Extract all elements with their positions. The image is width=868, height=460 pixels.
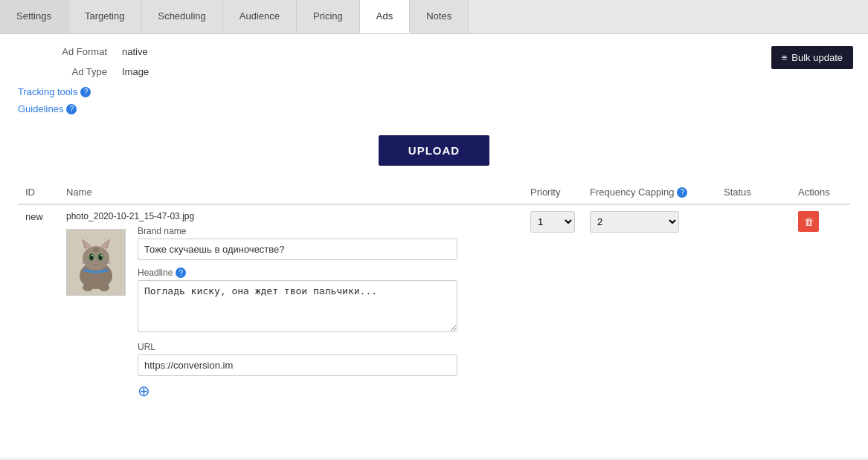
url-group: URL	[138, 342, 457, 376]
bulk-update-button[interactable]: ≡ Bulk update	[771, 46, 853, 69]
brand-name-group: Brand name	[138, 226, 457, 260]
guidelines-link[interactable]: Guidelines ?	[18, 103, 77, 114]
guidelines-label: Guidelines	[18, 103, 63, 114]
url-input[interactable]	[138, 354, 457, 376]
trash-icon: 🗑	[804, 216, 814, 227]
col-header-freq-capping: Frequency Capping ?	[582, 181, 716, 204]
col-header-id: ID	[18, 181, 59, 204]
svg-line-18	[94, 248, 94, 252]
headline-help-icon[interactable]: ?	[176, 268, 186, 278]
row-actions-cell: 🗑	[791, 204, 850, 404]
col-header-status: Status	[716, 181, 791, 204]
headline-textarea[interactable]: Погладь киску, она ждет твои пальчики...	[138, 280, 457, 332]
delete-button[interactable]: 🗑	[798, 211, 819, 232]
col-header-priority: Priority	[523, 181, 582, 204]
bulk-update-label: Bulk update	[791, 52, 843, 63]
tab-notes[interactable]: Notes	[410, 0, 469, 33]
col-header-name: Name	[59, 181, 523, 204]
row-id: new	[18, 204, 59, 404]
ad-image-thumbnail	[66, 229, 126, 296]
tabs-bar: Settings Targeting Scheduling Audience P…	[0, 0, 868, 34]
tab-ads[interactable]: Ads	[360, 0, 410, 33]
svg-line-20	[97, 248, 98, 252]
row-name-cell: photo_2020-10-21_15-47-03.jpg	[59, 204, 523, 404]
svg-point-12	[100, 255, 102, 256]
page-wrapper: Settings Targeting Scheduling Audience P…	[0, 0, 868, 460]
col-header-actions: Actions	[791, 181, 850, 204]
links-section: Tracking tools ? Guidelines ?	[18, 86, 850, 117]
cat-image-svg	[67, 230, 125, 295]
tab-settings[interactable]: Settings	[0, 0, 68, 33]
upload-section: UPLOAD	[18, 135, 850, 166]
content-area: ≡ Bulk update Ad Format native Ad Type I…	[0, 34, 868, 458]
tracking-tools-help-icon[interactable]: ?	[80, 87, 91, 97]
tab-scheduling[interactable]: Scheduling	[141, 0, 222, 33]
plus-circle-icon: ⊕	[138, 383, 150, 399]
upload-button[interactable]: UPLOAD	[379, 135, 489, 166]
priority-select[interactable]: 1 2 3 4 5	[530, 211, 575, 233]
freq-capping-select[interactable]: 1 2 3 4 5	[590, 211, 679, 233]
tab-pricing[interactable]: Pricing	[297, 0, 360, 33]
headline-label: Headline ?	[138, 268, 457, 278]
ad-type-row: Ad Type Image	[18, 66, 850, 77]
ad-fields: Brand name Headline ?	[132, 226, 457, 398]
add-more-button[interactable]: ⊕	[138, 383, 150, 398]
tab-audience[interactable]: Audience	[223, 0, 297, 33]
brand-name-input[interactable]	[138, 239, 457, 260]
svg-point-11	[91, 255, 93, 256]
ad-type-label: Ad Type	[18, 66, 107, 77]
guidelines-help-icon[interactable]: ?	[66, 104, 77, 114]
table-row: new photo_2020-10-21_15-47-03.jpg	[18, 204, 850, 404]
svg-point-21	[83, 284, 93, 291]
table-body: new photo_2020-10-21_15-47-03.jpg	[18, 204, 850, 404]
url-label: URL	[138, 342, 457, 352]
ads-table: ID Name Priority Frequency Capping ? Sta…	[18, 181, 850, 404]
row-priority-cell: 1 2 3 4 5	[523, 204, 582, 404]
row-status-cell	[716, 204, 791, 404]
svg-point-22	[99, 284, 109, 291]
ad-format-row: Ad Format native	[18, 46, 850, 57]
freq-capping-header-text: Frequency Capping	[590, 187, 674, 198]
tab-targeting[interactable]: Targeting	[68, 0, 141, 33]
ad-format-value: native	[122, 46, 148, 57]
ad-type-value: Image	[122, 66, 149, 77]
tracking-tools-link[interactable]: Tracking tools ?	[18, 86, 91, 97]
ad-format-label: Ad Format	[18, 46, 107, 57]
freq-capping-help-icon[interactable]: ?	[677, 187, 687, 198]
row-freq-capping-cell: 1 2 3 4 5	[582, 204, 716, 404]
ad-filename: photo_2020-10-21_15-47-03.jpg	[66, 211, 515, 221]
headline-group: Headline ? Погладь киску, она ждет твои …	[138, 268, 457, 334]
list-icon: ≡	[782, 52, 788, 63]
table-header: ID Name Priority Frequency Capping ? Sta…	[18, 181, 850, 204]
brand-name-label: Brand name	[138, 226, 457, 236]
tracking-tools-label: Tracking tools	[18, 86, 77, 97]
